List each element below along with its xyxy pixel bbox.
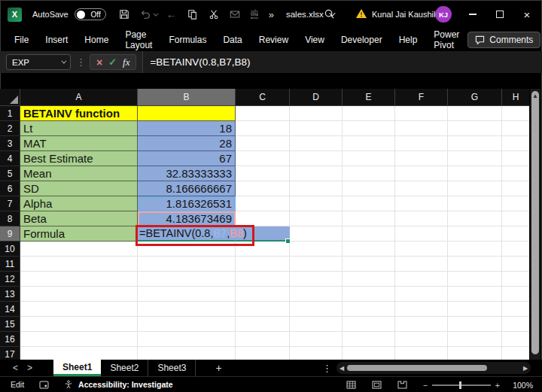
row-header-1[interactable]: 1 [0,106,20,121]
cell-H16[interactable] [502,332,529,347]
cell-F1[interactable] [395,106,448,121]
cell-E10[interactable] [343,242,395,257]
cell-A15[interactable] [20,317,138,332]
cell-C8[interactable] [236,211,290,226]
cell-G1[interactable] [448,106,502,121]
column-header-f[interactable]: F [395,89,448,106]
cell-F17[interactable] [395,347,448,360]
cell-D6[interactable] [290,181,343,196]
cell-B7[interactable]: 1.816326531 [138,196,236,211]
cell-H15[interactable] [502,317,529,332]
cell-G17[interactable] [448,347,502,360]
macro-record-icon[interactable] [39,381,49,389]
cell-D5[interactable] [290,166,343,181]
cell-C2[interactable] [236,121,290,136]
sheet-tab-sheet2[interactable]: Sheet2 [101,360,148,376]
cell-D17[interactable] [290,347,343,360]
cell-B6[interactable]: 8.166666667 [138,181,236,196]
sheet-next-icon[interactable]: > [27,363,32,373]
comments-button[interactable]: Comments [467,32,540,48]
undo-icon[interactable] [139,8,151,20]
cell-G10[interactable] [448,242,502,257]
redo-icon[interactable]: ← [166,8,178,20]
cell-B14[interactable] [138,302,236,317]
tab-review[interactable]: Review [251,29,297,51]
cell-D13[interactable] [290,287,343,302]
fill-handle[interactable] [285,239,291,244]
zoom-slider[interactable] [432,384,491,386]
cell-F7[interactable] [395,196,448,211]
cell-A7[interactable]: Alpha [20,196,138,211]
cell-C16[interactable] [236,332,290,347]
cell-D8[interactable] [290,211,343,226]
cut-icon[interactable] [208,8,220,20]
cell-H8[interactable] [502,211,529,226]
row-header-2[interactable]: 2 [0,121,20,136]
column-header-d[interactable]: D [290,89,343,106]
cell-C15[interactable] [236,317,290,332]
zoom-out-button[interactable]: − [423,381,428,390]
row-header-3[interactable]: 3 [0,136,20,151]
row-header-11[interactable]: 11 [0,257,20,272]
avatar[interactable]: KJ [435,6,452,23]
formula-input[interactable]: =BETAINV(0.8,B7,B8) [142,51,542,73]
column-header-b[interactable]: B [138,89,236,106]
zoom-level[interactable]: 100% [509,381,533,390]
column-header-h[interactable]: H [502,89,529,106]
cell-G2[interactable] [448,121,502,136]
cell-F3[interactable] [395,136,448,151]
row-header-17[interactable]: 17 [0,347,20,360]
cell-E8[interactable] [343,211,395,226]
cell-F6[interactable] [395,181,448,196]
row-header-15[interactable]: 15 [0,317,20,332]
cell-D9[interactable] [290,226,343,242]
cell-F8[interactable] [395,211,448,226]
cell-F16[interactable] [395,332,448,347]
cell-F2[interactable] [395,121,448,136]
cell-B10[interactable] [138,242,236,257]
cell-H3[interactable] [502,136,529,151]
row-header-6[interactable]: 6 [0,181,20,196]
cell-A10[interactable] [20,242,138,257]
row-header-16[interactable]: 16 [0,332,20,347]
tab-data[interactable]: Data [215,29,250,51]
normal-view-icon[interactable] [346,381,356,389]
cell-E1[interactable] [343,106,395,121]
cell-A13[interactable] [20,287,138,302]
insert-function-icon[interactable]: fx [123,56,129,68]
cell-E13[interactable] [343,287,395,302]
scroll-right-icon[interactable]: ▶ [520,365,531,372]
cell-C12[interactable] [236,272,290,287]
cell-D2[interactable] [290,121,343,136]
enter-icon[interactable]: ✓ [108,56,117,68]
autosave-toggle[interactable]: Off [75,8,106,20]
cell-F12[interactable] [395,272,448,287]
cell-A12[interactable] [20,272,138,287]
cell-F14[interactable] [395,302,448,317]
cell-B2[interactable]: 18 [138,121,236,136]
cell-E4[interactable] [343,151,395,166]
cell-B8[interactable]: 4.183673469 [138,211,236,226]
cell-E11[interactable] [343,257,395,272]
cell-C10[interactable] [236,242,290,257]
cell-E17[interactable] [343,347,395,360]
cell-B15[interactable] [138,317,236,332]
column-header-c[interactable]: C [236,89,290,106]
cell-D3[interactable] [290,136,343,151]
horizontal-scrollbar[interactable]: ◀ ▶ [336,362,531,374]
cell-H14[interactable] [502,302,529,317]
cell-F10[interactable] [395,242,448,257]
undo-dropdown-icon[interactable] [153,11,158,16]
cell-C17[interactable] [236,347,290,360]
close-button[interactable]: × [513,0,540,29]
cell-C3[interactable] [236,136,290,151]
cell-A3[interactable]: MAT [20,136,138,151]
cell-C14[interactable] [236,302,290,317]
cell-D14[interactable] [290,302,343,317]
cell-H13[interactable] [502,287,529,302]
cell-G14[interactable] [448,302,502,317]
cell-A1[interactable]: BETAINV function [20,106,138,121]
vertical-scrollbar[interactable]: ▲ [529,89,540,360]
cell-E6[interactable] [343,181,395,196]
qat-overflow-icon[interactable]: » [269,9,274,20]
